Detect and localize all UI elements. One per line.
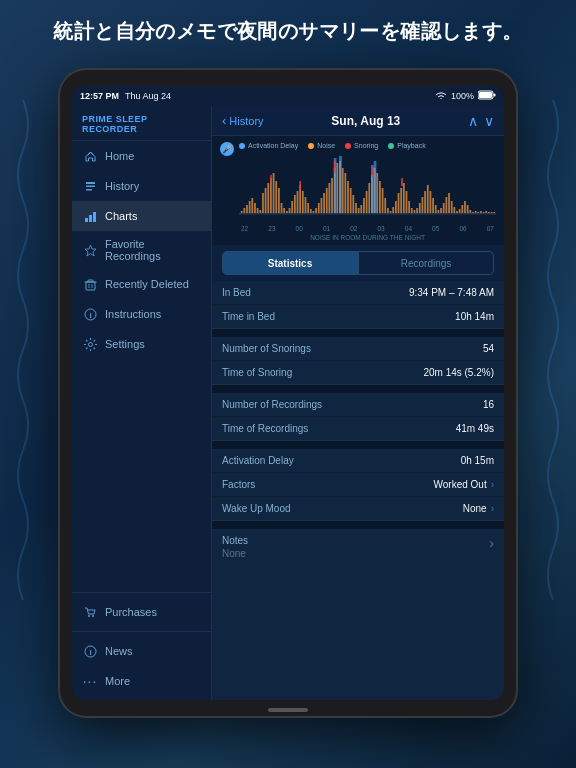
svg-rect-66	[358, 208, 360, 213]
stat-row-time-in-bed: Time in Bed 10h 14m	[212, 305, 504, 328]
sidebar-item-history[interactable]: History	[72, 171, 211, 201]
chart-legend: Activation Delay Noise Snoring	[239, 142, 496, 149]
status-bar: 12:57 PM Thu Aug 24 100%	[72, 86, 504, 106]
svg-rect-65	[355, 203, 357, 213]
svg-rect-85	[408, 201, 410, 213]
svg-rect-49	[313, 211, 315, 213]
sidebar-item-news[interactable]: i News	[72, 636, 211, 666]
x-label-02: 02	[350, 225, 357, 232]
stat-row-wake-mood[interactable]: Wake Up Mood None ›	[212, 497, 504, 520]
status-time: 12:57 PM	[80, 91, 119, 101]
sidebar-item-deleted[interactable]: Recently Deleted	[72, 269, 211, 299]
time-recordings-label: Time of Recordings	[222, 423, 308, 434]
svg-rect-103	[456, 211, 458, 213]
svg-rect-97	[440, 208, 442, 213]
stats-section-misc: Activation Delay 0h 15m Factors Worked O…	[212, 449, 504, 521]
svg-rect-92	[427, 185, 429, 213]
mic-icon: 🎤	[220, 142, 234, 156]
notes-section[interactable]: Notes None ›	[212, 529, 504, 565]
svg-rect-74	[379, 181, 381, 213]
svg-rect-31	[265, 188, 267, 213]
svg-rect-91	[424, 191, 426, 213]
svg-rect-126	[401, 178, 403, 186]
sidebar-item-charts[interactable]: Charts	[72, 201, 211, 231]
svg-rect-70	[368, 183, 370, 213]
sidebar-item-settings[interactable]: Settings	[72, 329, 211, 359]
svg-rect-7	[89, 215, 92, 222]
time-snoring-label: Time of Snoring	[222, 367, 292, 378]
sidebar-item-charts-label: Charts	[105, 210, 137, 222]
app-content: PRIME SLEEP RECORDER Home	[72, 106, 504, 700]
time-recordings-value: 41m 49s	[456, 423, 494, 434]
svg-rect-79	[392, 207, 394, 213]
svg-rect-84	[406, 191, 408, 213]
star-icon	[82, 242, 98, 258]
svg-rect-42	[294, 195, 296, 213]
back-label: History	[229, 115, 263, 127]
tab-statistics[interactable]: Statistics	[222, 251, 358, 275]
prev-arrow[interactable]: ∧	[468, 113, 478, 129]
svg-rect-110	[475, 211, 477, 213]
svg-rect-41	[291, 201, 293, 213]
svg-rect-24	[246, 205, 248, 213]
svg-rect-39	[286, 211, 288, 213]
stat-row-time-snoring: Time of Snoring 20m 14s (5.2%)	[212, 361, 504, 384]
wake-mood-value: None ›	[463, 503, 494, 514]
page-title: 統計と自分のメモで夜間のサマリーを確認します。	[0, 18, 576, 45]
next-arrow[interactable]: ∨	[484, 113, 494, 129]
svg-rect-113	[483, 212, 485, 213]
sidebar-item-home[interactable]: Home	[72, 141, 211, 171]
sidebar-item-more[interactable]: ··· More	[72, 666, 211, 696]
svg-text:i: i	[89, 648, 91, 657]
activation-delay-label: Activation Delay	[222, 455, 294, 466]
svg-rect-86	[411, 208, 413, 213]
sidebar-item-instructions[interactable]: i Instructions	[72, 299, 211, 329]
notes-chevron-icon: ›	[489, 535, 494, 551]
ipad-screen: 12:57 PM Thu Aug 24 100%	[72, 86, 504, 700]
svg-rect-122	[270, 175, 272, 183]
wake-mood-chevron-icon: ›	[491, 503, 494, 514]
top-bar: ‹ History Sun, Aug 13 ∧ ∨	[212, 106, 504, 136]
legend-activation-delay: Activation Delay	[239, 142, 298, 149]
svg-rect-48	[310, 209, 312, 213]
stat-row-in-bed: In Bed 9:34 PM – 7:48 AM	[212, 281, 504, 305]
sidebar-item-purchases-label: Purchases	[105, 606, 157, 618]
x-label-05: 05	[432, 225, 439, 232]
stat-row-time-recordings: Time of Recordings 41m 49s	[212, 417, 504, 440]
svg-rect-83	[403, 183, 405, 213]
svg-rect-108	[469, 210, 471, 213]
chart-axis-label: 22 23 00 01 02 03 04 05 06 07	[239, 225, 496, 241]
sidebar-item-settings-label: Settings	[105, 338, 145, 350]
logo-accent: RECORDER	[82, 124, 137, 134]
sidebar-item-home-label: Home	[105, 150, 134, 162]
x-axis-labels: 22 23 00 01 02 03 04 05 06 07	[239, 225, 496, 232]
time-in-bed-value: 10h 14m	[455, 311, 494, 322]
svg-rect-101	[451, 201, 453, 213]
charts-icon	[82, 208, 98, 224]
svg-rect-75	[382, 188, 384, 213]
svg-rect-80	[395, 201, 397, 213]
svg-rect-89	[419, 203, 421, 213]
sidebar-item-favorites[interactable]: Favorite Recordings	[72, 231, 211, 269]
news-icon: i	[82, 643, 98, 659]
in-bed-value: 9:34 PM – 7:48 AM	[409, 287, 494, 298]
back-button[interactable]: ‹ History	[222, 113, 264, 128]
svg-rect-43	[297, 191, 299, 213]
sidebar-item-purchases[interactable]: Purchases	[72, 597, 211, 627]
svg-rect-45	[302, 191, 304, 213]
activation-delay-value: 0h 15m	[461, 455, 494, 466]
notes-value: None	[222, 548, 248, 559]
svg-rect-8	[93, 212, 96, 222]
svg-rect-77	[387, 208, 389, 213]
svg-rect-95	[435, 205, 437, 213]
svg-rect-2	[494, 94, 496, 97]
tab-recordings[interactable]: Recordings	[358, 251, 494, 275]
svg-rect-56	[331, 178, 333, 213]
wifi-icon	[435, 91, 447, 102]
stat-row-factors[interactable]: Factors Worked Out ›	[212, 473, 504, 497]
svg-rect-4	[86, 185, 95, 187]
svg-rect-51	[318, 203, 320, 213]
x-label-01: 01	[323, 225, 330, 232]
stats-section-recordings: Number of Recordings 16 Time of Recordin…	[212, 393, 504, 441]
svg-rect-23	[243, 208, 245, 213]
